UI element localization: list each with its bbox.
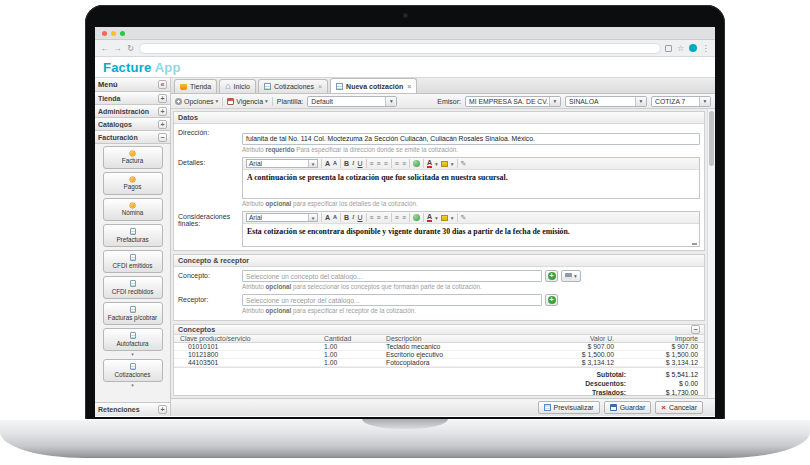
collapse-sidebar-icon[interactable]: «: [158, 80, 167, 89]
expand-icon[interactable]: +: [158, 107, 167, 116]
emisor-select[interactable]: MI EMPRESA SA. DE CV. ▾: [465, 96, 561, 107]
collapse-section-icon[interactable]: −: [158, 133, 167, 142]
sidebar-item-cfdi-emitidos[interactable]: CFDI emitidos: [103, 250, 163, 273]
fullscreen-window-button[interactable]: [120, 31, 125, 36]
cancelar-button[interactable]: × Cancelar: [655, 401, 703, 414]
minimize-window-button[interactable]: [111, 31, 116, 36]
opciones-button[interactable]: Opciones ▾: [175, 98, 218, 105]
font-decrease-icon[interactable]: A: [333, 213, 337, 222]
back-icon[interactable]: ←: [100, 44, 109, 53]
sidebar-item-cfdi-recibidos[interactable]: CFDI recibidos: [103, 276, 163, 299]
sidebar-item-factura[interactable]: Factura: [103, 146, 163, 169]
col-importe[interactable]: Importe: [614, 335, 704, 342]
tab-nueva-cotizacion[interactable]: Nueva cotización ×: [330, 78, 417, 93]
browser-menu-icon[interactable]: ⋮: [701, 44, 710, 53]
edit-source-icon[interactable]: ✎: [461, 159, 467, 168]
profile-avatar[interactable]: [689, 44, 697, 52]
address-bar[interactable]: [139, 43, 661, 54]
ordered-list-icon[interactable]: ≡: [395, 159, 399, 168]
chevron-down-icon[interactable]: ▾: [435, 161, 438, 167]
close-tab-icon[interactable]: ×: [407, 83, 411, 90]
font-increase-icon[interactable]: A: [325, 159, 330, 168]
bold-icon[interactable]: B: [344, 159, 349, 168]
align-right-icon[interactable]: ≡: [384, 159, 388, 168]
edit-source-icon[interactable]: ✎: [461, 213, 467, 222]
font-family-select[interactable]: Arial▾: [246, 159, 318, 168]
sidebar-section-tienda[interactable]: Tienda +: [95, 92, 170, 105]
highlight-color-icon[interactable]: [441, 215, 448, 221]
align-center-icon[interactable]: ≡: [377, 213, 381, 222]
scrollbar-thumb[interactable]: [709, 111, 714, 166]
cotizaciones-dropdown-icon[interactable]: ▾: [95, 383, 170, 388]
sidebar-item-nomina[interactable]: Nómina: [103, 198, 163, 221]
underline-icon[interactable]: U: [357, 159, 362, 168]
tab-cotizaciones[interactable]: Cotizaciones ×: [258, 79, 328, 93]
chevron-down-icon[interactable]: ▾: [435, 215, 438, 221]
col-clave[interactable]: Clave producto/servicio: [174, 335, 324, 342]
plantilla-select[interactable]: Default ▾: [307, 96, 397, 107]
font-increase-icon[interactable]: A: [325, 213, 330, 222]
forward-icon[interactable]: →: [113, 44, 122, 53]
font-color-icon[interactable]: A: [427, 213, 432, 222]
ordered-list-icon[interactable]: ≡: [395, 213, 399, 222]
sidebar-item-prefacturas[interactable]: Prefacturas: [103, 224, 163, 247]
sidebar-section-facturacion[interactable]: Facturación −: [95, 131, 170, 144]
font-color-icon[interactable]: A: [427, 159, 432, 168]
col-valor-u[interactable]: Valor U.: [526, 335, 614, 342]
direccion-input[interactable]: [242, 133, 700, 145]
table-row[interactable]: 44103501 1.00 Fotocopiadora $ 3,134.12 $…: [174, 359, 704, 367]
sidebar-section-administracion[interactable]: Administración +: [95, 105, 170, 118]
concepto-input[interactable]: [242, 270, 542, 282]
col-cantidad[interactable]: Cantidad: [324, 335, 386, 342]
add-receptor-button[interactable]: +: [545, 294, 558, 306]
sidebar-item-cotizaciones[interactable]: Cotizaciones: [103, 359, 163, 382]
align-center-icon[interactable]: ≡: [377, 159, 381, 168]
bold-icon[interactable]: B: [344, 213, 349, 222]
sucursal-select[interactable]: SINALOA ▾: [565, 96, 647, 107]
expand-icon[interactable]: +: [158, 94, 167, 103]
print-catalog-button[interactable]: ▾: [561, 270, 581, 282]
resize-grip[interactable]: [692, 243, 697, 245]
detalles-editor-body[interactable]: A continuación se presenta la cotización…: [243, 170, 699, 198]
serie-select[interactable]: COTIZA 7 ▾: [651, 96, 711, 107]
chevron-down-icon[interactable]: ▾: [451, 161, 454, 167]
bookmark-star-icon[interactable]: ☆: [676, 44, 685, 53]
italic-icon[interactable]: I: [352, 159, 354, 168]
sidebar-item-facturas-pcobrar[interactable]: Facturas p/cobrar: [103, 302, 163, 325]
reload-icon[interactable]: ↻: [126, 44, 135, 53]
tab-tienda[interactable]: Tienda: [174, 79, 217, 93]
sidebar-item-pagos[interactable]: Pagos: [103, 172, 163, 195]
insert-image-icon[interactable]: [413, 214, 420, 221]
underline-icon[interactable]: U: [357, 213, 362, 222]
expand-icon[interactable]: +: [158, 405, 167, 414]
font-decrease-icon[interactable]: A: [333, 159, 337, 168]
extension-icon[interactable]: [665, 45, 672, 52]
table-row[interactable]: 10121800 1.00 Escritorio ejecutivo $ 1,5…: [174, 351, 704, 359]
align-left-icon[interactable]: ≡: [370, 213, 374, 222]
expand-icon[interactable]: +: [158, 120, 167, 129]
collapse-panel-icon[interactable]: −: [691, 325, 700, 334]
highlight-color-icon[interactable]: [441, 161, 448, 167]
align-right-icon[interactable]: ≡: [384, 213, 388, 222]
consideraciones-editor-body[interactable]: Esta cotización se encontrara disponible…: [243, 224, 699, 246]
sidebar-section-catalogos[interactable]: Catálogos +: [95, 118, 170, 131]
add-concepto-button[interactable]: +: [545, 270, 558, 282]
previsualizar-button[interactable]: Previsualizar: [538, 401, 600, 414]
tab-inicio[interactable]: ⌂ Inicio: [219, 79, 256, 93]
font-family-select[interactable]: Arial▾: [246, 213, 318, 222]
close-window-button[interactable]: [102, 31, 107, 36]
insert-image-icon[interactable]: [413, 160, 420, 167]
align-left-icon[interactable]: ≡: [370, 159, 374, 168]
italic-icon[interactable]: I: [352, 213, 354, 222]
receptor-input[interactable]: [242, 294, 542, 306]
vertical-scrollbar[interactable]: [707, 109, 715, 398]
autofactura-dropdown-icon[interactable]: ▾: [95, 352, 170, 357]
sidebar-item-autofactura[interactable]: Autofactura: [103, 328, 163, 351]
guardar-button[interactable]: Guardar: [604, 401, 652, 414]
table-row[interactable]: 01010101 1.00 Teclado mecanico $ 907.00 …: [174, 343, 704, 351]
col-descripcion[interactable]: Descripción: [386, 335, 526, 342]
unordered-list-icon[interactable]: ≡: [402, 213, 406, 222]
close-tab-icon[interactable]: ×: [318, 83, 322, 90]
unordered-list-icon[interactable]: ≡: [402, 159, 406, 168]
sidebar-section-retenciones[interactable]: Retenciones +: [95, 402, 170, 416]
